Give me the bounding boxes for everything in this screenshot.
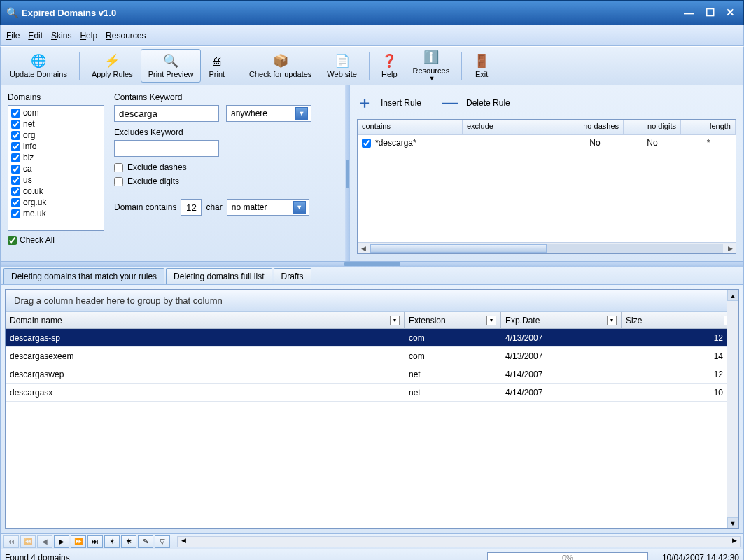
- toolbar: 🌐Update Domains ⚡Apply Rules 🔍Print Prev…: [0, 46, 744, 85]
- rule-row[interactable]: *descarga* No No *: [358, 135, 736, 150]
- scroll-right-icon[interactable]: ▶: [724, 245, 736, 252]
- domain-check-org[interactable]: [11, 131, 20, 140]
- menu-resources[interactable]: Resources: [106, 31, 146, 41]
- print-button[interactable]: 🖨Print: [201, 49, 232, 83]
- help-button[interactable]: ❓Help: [374, 49, 405, 83]
- progress-bar: 0%: [487, 552, 648, 561]
- result-row[interactable]: descargaswep net 4/14/2007 12: [6, 365, 738, 384]
- filter-icon[interactable]: ▾: [390, 316, 400, 326]
- domain-check-orguk[interactable]: [11, 198, 20, 207]
- char-label: char: [206, 202, 222, 212]
- update-domains-button[interactable]: 🌐Update Domains: [2, 49, 75, 83]
- nav-prev-button[interactable]: ◀: [37, 536, 52, 548]
- rules-hscroll[interactable]: ◀ ▶: [358, 242, 736, 253]
- rules-col-nodigits[interactable]: no digits: [624, 120, 681, 134]
- contains-label: Contains Keyword: [114, 92, 338, 102]
- results-vscroll[interactable]: ▲ ▼: [727, 290, 738, 528]
- filter-icon[interactable]: ▾: [607, 316, 617, 326]
- nav-add-button[interactable]: ✶: [104, 536, 120, 548]
- rules-col-nodashes[interactable]: no dashes: [566, 120, 624, 134]
- chevron-down-icon: ▼: [428, 75, 435, 82]
- maximize-button[interactable]: ☐: [703, 5, 717, 20]
- nav-delete-button[interactable]: ✱: [121, 536, 136, 548]
- door-icon: 🚪: [474, 53, 489, 69]
- rules-col-exclude[interactable]: exclude: [463, 120, 566, 134]
- result-row[interactable]: descargas-sp com 4/13/2007 12: [6, 329, 738, 347]
- scroll-thumb[interactable]: [370, 244, 547, 253]
- result-row[interactable]: descargasx net 4/14/2007 10: [6, 384, 738, 402]
- nav-next-page-button[interactable]: ⏩: [71, 536, 86, 548]
- rules-col-length[interactable]: length: [681, 120, 736, 134]
- filter-icon[interactable]: ▾: [486, 316, 496, 326]
- domain-check-biz[interactable]: [11, 153, 20, 162]
- col-extension[interactable]: Extension▾: [405, 312, 501, 328]
- scroll-up-icon[interactable]: ▲: [727, 290, 738, 301]
- resources-button[interactable]: ℹ️Resources▼: [405, 49, 458, 83]
- tab-matching[interactable]: Deleting domains that match your rules: [3, 268, 164, 284]
- delete-rule-button[interactable]: —Delete Rule: [442, 94, 510, 112]
- vertical-splitter[interactable]: [345, 85, 350, 261]
- results-panel: Drag a column header here to group by th…: [0, 285, 744, 534]
- check-all-checkbox[interactable]: [8, 236, 17, 245]
- domain-check-com[interactable]: [11, 108, 20, 118]
- contains-input[interactable]: [114, 105, 219, 122]
- excludes-input[interactable]: [114, 140, 219, 157]
- nav-last-button[interactable]: ⏭: [87, 536, 103, 548]
- scroll-left-icon[interactable]: ◀: [358, 245, 369, 252]
- close-button[interactable]: ✕: [723, 5, 738, 20]
- domain-check-couk[interactable]: [11, 187, 20, 196]
- menu-skins[interactable]: Skins: [51, 31, 71, 41]
- website-button[interactable]: 📄Web site: [319, 49, 365, 83]
- record-navigator: ⏮ ⏪ ◀ ▶ ⏩ ⏭ ✶ ✱ ✎ ▽ ◀ ▶: [0, 534, 744, 550]
- menu-file[interactable]: File: [6, 31, 20, 41]
- results-grid[interactable]: descargas-sp com 4/13/2007 12 descargase…: [6, 329, 738, 528]
- globe-icon: 🌐: [31, 53, 46, 69]
- print-preview-button[interactable]: 🔍Print Preview: [141, 49, 202, 83]
- status-time: 10/04/2007 14:42:30: [662, 553, 739, 561]
- rules-col-contains[interactable]: contains: [358, 120, 463, 134]
- domain-check-net[interactable]: [11, 120, 20, 129]
- domain-check-info[interactable]: [11, 142, 20, 151]
- exclude-digits-checkbox[interactable]: [114, 177, 123, 186]
- nav-hscroll[interactable]: ◀ ▶: [177, 536, 741, 547]
- check-updates-button[interactable]: 📦Check for updates: [241, 49, 319, 83]
- nav-next-button[interactable]: ▶: [54, 536, 69, 548]
- package-icon: 📦: [273, 53, 288, 69]
- help-icon: ❓: [381, 53, 397, 69]
- horizontal-splitter[interactable]: [0, 262, 744, 267]
- contains-position-select[interactable]: anywhere▼: [226, 105, 311, 122]
- rules-grid[interactable]: contains exclude no dashes no digits len…: [357, 119, 736, 254]
- tab-drafts[interactable]: Drafts: [274, 268, 311, 284]
- rule-checkbox[interactable]: [362, 139, 371, 148]
- lightning-icon: ⚡: [104, 53, 120, 69]
- domain-contains-input[interactable]: [181, 199, 202, 216]
- scroll-down-icon[interactable]: ▼: [727, 517, 738, 528]
- tab-full-list[interactable]: Deleting domains full list: [166, 268, 272, 284]
- exit-button[interactable]: 🚪Exit: [466, 49, 497, 83]
- menu-help[interactable]: Help: [80, 31, 97, 41]
- apply-rules-button[interactable]: ⚡Apply Rules: [84, 49, 141, 83]
- menu-edit[interactable]: Edit: [28, 31, 43, 41]
- domain-check-us[interactable]: [11, 176, 20, 185]
- filter-pane: Domains com net org info biz ca us co.uk…: [1, 85, 345, 261]
- col-size[interactable]: Size▾: [622, 312, 738, 328]
- result-row[interactable]: descargasexeem com 4/13/2007 14: [6, 347, 738, 365]
- group-bar[interactable]: Drag a column header here to group by th…: [6, 290, 738, 312]
- printer-icon: 🖨: [211, 53, 223, 69]
- nav-edit-button[interactable]: ✎: [138, 536, 153, 548]
- tabstrip: Deleting domains that match your rules D…: [0, 267, 744, 285]
- char-mode-select[interactable]: no matter▼: [227, 199, 309, 216]
- domain-check-meuk[interactable]: [11, 209, 20, 218]
- nav-prev-page-button[interactable]: ⏪: [20, 536, 36, 548]
- insert-rule-button[interactable]: ＋Insert Rule: [357, 92, 421, 113]
- nav-first-button[interactable]: ⏮: [3, 536, 19, 548]
- domain-check-ca[interactable]: [11, 164, 20, 174]
- chevron-down-icon: ▼: [295, 107, 308, 120]
- col-domain-name[interactable]: Domain name▾: [6, 312, 405, 328]
- app-icon: 🔍: [6, 7, 17, 18]
- exclude-dashes-checkbox[interactable]: [114, 163, 123, 172]
- nav-filter-button[interactable]: ▽: [155, 536, 170, 548]
- domains-list[interactable]: com net org info biz ca us co.uk org.uk …: [8, 105, 104, 231]
- minimize-button[interactable]: —: [681, 6, 697, 20]
- col-exp-date[interactable]: Exp.Date▾: [501, 312, 622, 328]
